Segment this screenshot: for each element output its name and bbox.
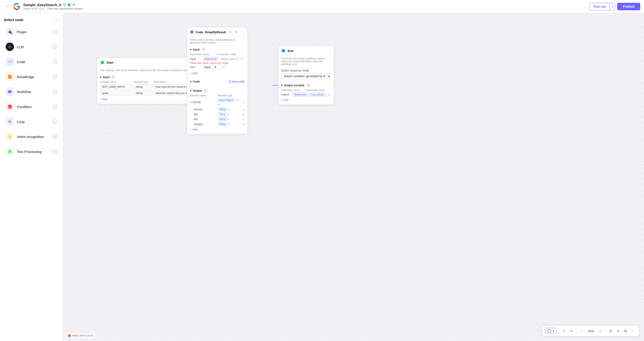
code-code-toggle[interactable]: ▾ Code Edit in IDE [190,80,245,83]
end-output-toggle[interactable]: ▾ Output variable ⓘ [281,83,331,87]
condition-add-button[interactable]: + [52,104,57,109]
code-sub-snippet-del[interactable]: ⊙ [242,122,245,126]
title-area: Google_EasySearch_2 ⓘ ✏ Saved at 00:13:1… [23,3,83,10]
code-output-expand-icon[interactable]: ▾ [190,101,192,104]
code-results-dropdown[interactable]: ▾ [237,99,238,102]
view-select-box[interactable]: ▾ [545,328,556,334]
grid-button[interactable]: ⊞ [622,328,629,334]
sidebar-item-textproc[interactable]: T Text Processing + [2,145,61,159]
end-value-badge-0[interactable]: Code_Simpli... [309,93,327,97]
start-var-name-1[interactable] [100,91,133,96]
code-select-badge-0[interactable]: Please select ▾ [219,57,240,61]
view-mode-label: ▾ [553,329,554,332]
code-output-toggle[interactable]: ▾ Output ⓘ [190,89,245,93]
zoom-out-button[interactable]: − [578,328,585,334]
code-sub-favicon-del[interactable]: ⊙ [242,108,245,111]
sidebar-item-knowledge[interactable]: Knowledge + [2,70,61,84]
sidebar-item-loop[interactable]: Loop + [2,115,61,129]
code-output-add-button[interactable]: + Add [190,127,245,132]
zoom-in-button[interactable]: + [597,328,603,334]
sidebar-item-code[interactable]: </> Code + [2,55,61,69]
code-sub-title-del[interactable]: ⊙ [242,113,245,116]
start-var-type-1[interactable]: String [134,91,152,96]
svg-point-9 [8,120,12,124]
loop-add-button[interactable]: + [52,119,57,124]
svg-marker-6 [8,90,12,94]
sidebar-item-plugin[interactable]: 🔌 Plugin + [2,25,61,39]
code-edit-ide-link[interactable]: Edit in IDE [229,80,245,83]
undo-button[interactable]: ↩ [560,328,567,334]
code-node-icon: </> [190,30,194,34]
intent-icon [6,132,14,141]
code-node: </> Code_SimplifyResult ⧉ ⚙ ⋯ Write code… [187,27,248,134]
test-run-button[interactable]: Test run ▾ [589,3,615,10]
sidebar-item-label-condition: Condition [17,105,52,109]
code-copy-btn[interactable]: ⧉ [228,30,232,34]
code-icon: </> [6,58,14,66]
end-mode-select[interactable]: Return variables, generated by the ... [281,73,331,79]
code-param-val-input-1[interactable] [212,64,222,70]
back-button[interactable]: ← [4,3,10,10]
svg-rect-20 [548,329,551,332]
intent-add-button[interactable]: + [52,134,57,139]
end-output-value-0: Reference Code_Simpli... ⊙ [293,92,331,97]
close-button[interactable]: ✕ [615,328,621,334]
sidebar-item-label-loop: Loop [17,120,52,124]
code-code-arrow: ▾ [190,80,192,83]
end-output-del-0[interactable]: ⊙ [328,93,331,96]
start-input-label: Input [103,76,110,79]
code-input-type-1[interactable]: Input [203,65,212,69]
llm-add-button[interactable]: + [52,45,57,49]
code-output-name-header: Variable name [190,94,217,97]
code-add-button[interactable]: + [52,59,57,64]
textproc-add-button[interactable]: + [52,149,57,154]
toolbar-divider-3 [605,328,606,333]
test-run-main[interactable]: Test run [590,3,610,10]
start-var-name-0[interactable] [100,84,133,89]
info-icon[interactable]: ⓘ [62,3,66,7]
sidebar-item-workflow[interactable]: Workflow + [2,85,61,99]
code-results-move[interactable]: ⇅ [218,103,220,106]
collapse-button[interactable]: ← [630,328,636,334]
knowledge-add-button[interactable]: + [52,74,57,79]
workflow-canvas[interactable]: Start ⧉ The starting node of the workflo… [63,13,644,341]
plugin-add-button[interactable]: + [52,30,57,34]
code-param-value-area-1: Input ⊙ [203,64,245,70]
code-param-del-1[interactable]: ⊙ [222,65,225,69]
code-param-name-header: Parameter name [190,53,217,56]
code-settings-btn[interactable]: ⚙ [234,30,238,34]
code-sub-link-dropdown[interactable]: ▾ [228,118,229,121]
sidebar-item-llm[interactable]: LLM + [2,40,61,54]
code-sub-favicon-dropdown[interactable]: ▾ [228,108,229,111]
code-param-del-0[interactable]: ⊙ [241,57,244,61]
end-ref-badge-0[interactable]: Reference [293,92,308,97]
redo-button[interactable]: ↪ [568,328,574,334]
code-add-button[interactable]: + Add [190,71,245,76]
topbar-actions: Test run ▾ Publish [589,3,640,10]
sidebar-collapse-button[interactable]: ‹ [54,17,59,23]
code-sub-link-del[interactable]: ⊙ [242,117,245,121]
code-ref-badge-0[interactable]: Reference [203,57,218,61]
code-results-type: Array<Object> [217,98,236,102]
start-header-name: Variable name [100,81,133,83]
code-sub-title-type-area: String ▾ [218,112,240,116]
code-more-btn[interactable]: ⋯ [240,30,245,34]
sidebar-item-label-code: Code [17,60,52,64]
code-results-del[interactable]: ⊙ [242,100,245,104]
code-sub-title-dropdown[interactable]: ▾ [228,113,229,116]
test-run-dropdown[interactable]: ▾ [610,3,615,10]
code-node-desc: Write code to process input variables to… [187,37,248,46]
start-var-type-0[interactable]: String [134,84,152,89]
publish-button[interactable]: Publish [617,3,640,10]
code-sub-snippet-dropdown[interactable]: ▾ [228,123,229,126]
sidebar-item-intent[interactable]: Intent recognition + [2,130,61,144]
code-input-toggle[interactable]: ▾ Input ⓘ [190,48,245,52]
fit-view-button[interactable]: ⊡ [607,328,614,334]
end-add-button[interactable]: + Add [281,98,331,103]
code-sub-title: title String ▾ ⊙ [190,112,245,116]
sidebar-item-label-llm: LLM [17,45,52,49]
workflow-add-button[interactable]: + [52,89,57,94]
sidebar-item-condition[interactable]: If Condition + [2,100,61,114]
edit-icon[interactable]: ✏ [72,3,76,7]
code-sub-favicon-type: String [218,107,227,111]
